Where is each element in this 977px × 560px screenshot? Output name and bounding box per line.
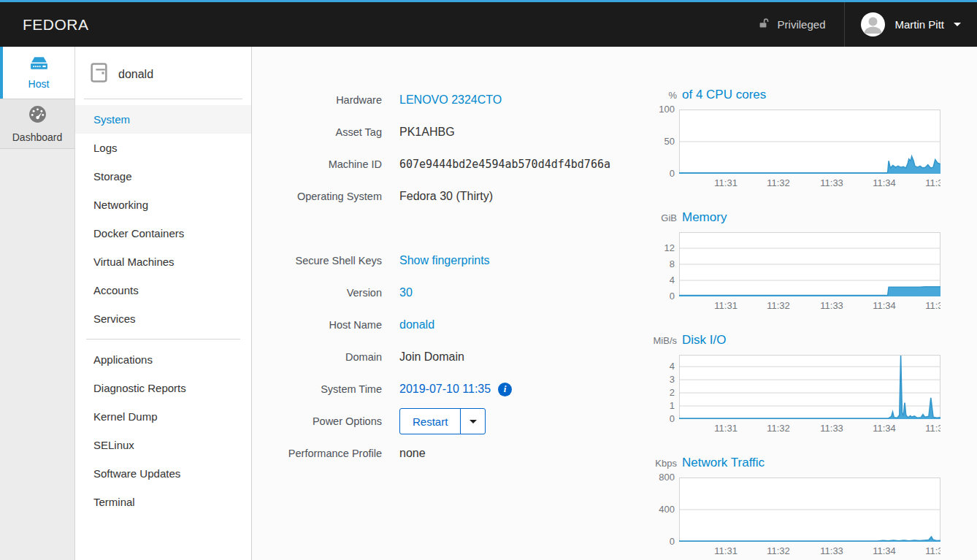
- primary-nav-item-host[interactable]: Host: [0, 47, 74, 99]
- info-label-domain: Domain: [284, 351, 382, 363]
- x-tick-label: 11:34: [873, 300, 896, 311]
- info-row-performance-profile: Performance Profilenone: [284, 437, 610, 469]
- x-tick-label: 11:34: [873, 177, 896, 188]
- network-traffic-chart-plot: [679, 477, 940, 542]
- y-tick-label: 0: [670, 168, 675, 180]
- network-traffic-chart-title-link[interactable]: Network Traffic: [682, 456, 765, 470]
- memory-chart-xaxis: 11:3111:3211:3311:3411:35: [679, 296, 940, 312]
- disk-io-chart: MiB/sDisk I/O 01234 11:3111:3211:3311:34…: [653, 333, 945, 435]
- cpu-chart-unit: %: [653, 90, 679, 101]
- x-tick-label: 11:34: [873, 545, 896, 556]
- y-tick-label: 50: [664, 136, 675, 147]
- server-icon: [29, 55, 49, 73]
- operating-system-value: Fedora 30 (Thirty): [399, 190, 493, 203]
- domain-value[interactable]: Join Domain: [399, 350, 464, 364]
- sidebar-item-applications[interactable]: Applications: [75, 345, 251, 374]
- restart-dropdown-toggle[interactable]: [460, 409, 485, 434]
- info-row-power-options: Power OptionsRestart: [284, 405, 610, 437]
- host-name-link[interactable]: donald: [399, 318, 434, 331]
- disk-io-chart-plot: [679, 355, 940, 419]
- x-tick-label: 11:35: [925, 177, 940, 188]
- sidebar-menu-primary: SystemLogsStorageNetworkingDocker Contai…: [75, 99, 251, 333]
- secure-shell-keys-link[interactable]: Show fingerprints: [399, 254, 490, 267]
- network-traffic-chart-unit: Kbps: [653, 458, 679, 469]
- hostname-label: donald: [118, 68, 153, 81]
- info-label-machine-id: Machine ID: [284, 158, 382, 170]
- info-row-host-name: Host Namedonald: [284, 309, 610, 341]
- charts-column: %of 4 CPU cores 050100 11:3111:3211:3311…: [653, 88, 945, 560]
- x-tick-label: 11:32: [767, 300, 790, 311]
- cpu-chart: %of 4 CPU cores 050100 11:3111:3211:3311…: [653, 88, 945, 190]
- privileged-indicator[interactable]: Privileged: [759, 18, 826, 31]
- hardware-link[interactable]: LENOVO 2324CTO: [399, 93, 502, 107]
- caret-down-icon: [470, 420, 477, 423]
- sidebar-item-networking[interactable]: Networking: [75, 191, 251, 219]
- x-tick-label: 11:32: [767, 545, 790, 556]
- topbar-right: Privileged Martin Pitt: [759, 2, 977, 47]
- network-traffic-chart-yaxis: 0400800: [653, 477, 679, 542]
- memory-chart-title-link[interactable]: Memory: [682, 210, 727, 225]
- y-tick-label: 4: [670, 361, 675, 372]
- y-tick-label: 400: [659, 504, 675, 515]
- memory-chart-unit: GiB: [653, 212, 679, 223]
- cpu-chart-title-link[interactable]: of 4 CPU cores: [682, 88, 766, 102]
- sidebar-item-virtual-machines[interactable]: Virtual Machines: [75, 248, 251, 276]
- info-value-host-name: donald: [399, 318, 434, 331]
- host-sidebar: donald SystemLogsStorageNetworkingDocker…: [75, 47, 252, 560]
- info-value-domain: Join Domain: [399, 350, 464, 364]
- memory-chart-plot: [679, 232, 940, 296]
- sidebar-item-system[interactable]: System: [75, 105, 251, 134]
- y-tick-label: 800: [659, 472, 675, 483]
- sidebar-item-storage[interactable]: Storage: [75, 162, 251, 191]
- disk-io-chart-title-link[interactable]: Disk I/O: [682, 333, 726, 348]
- sidebar-item-accounts[interactable]: Accounts: [75, 276, 251, 304]
- system-time-link[interactable]: 2019-07-10 11:35: [399, 383, 491, 396]
- x-tick-label: 11:31: [714, 300, 737, 311]
- y-tick-label: 0: [670, 536, 675, 548]
- info-value-asset-tag: PK1AHBG: [399, 126, 455, 139]
- info-label-system-time: System Time: [284, 383, 382, 395]
- info-value-version: 30: [399, 286, 413, 299]
- x-tick-label: 11:31: [714, 423, 737, 434]
- x-tick-label: 11:33: [820, 300, 843, 311]
- info-circle-icon[interactable]: i: [498, 383, 512, 396]
- y-tick-label: 0: [670, 413, 675, 425]
- chevron-down-icon: [954, 23, 961, 26]
- asset-tag-value: PK1AHBG: [399, 126, 455, 139]
- x-tick-label: 11:35: [925, 300, 940, 311]
- sidebar-item-software-updates[interactable]: Software Updates: [75, 459, 251, 488]
- sidebar-item-services[interactable]: Services: [75, 304, 251, 333]
- system-page: HardwareLENOVO 2324CTOAsset TagPK1AHBGMa…: [252, 47, 977, 560]
- info-label-hardware: Hardware: [284, 94, 382, 106]
- disk-io-chart-yaxis: 01234: [653, 355, 679, 419]
- x-tick-label: 11:31: [714, 545, 737, 556]
- info-value-machine-id: 607e9444bd2e4594ab570d4df4bd766a: [399, 158, 610, 171]
- restart-button[interactable]: Restart: [400, 409, 460, 434]
- version-link[interactable]: 30: [399, 286, 413, 299]
- cpu-chart-xaxis: 11:3111:3211:3311:3411:35: [679, 174, 940, 190]
- user-menu[interactable]: Martin Pitt: [845, 12, 977, 37]
- info-value-secure-shell-keys: Show fingerprints: [399, 254, 490, 267]
- privileged-label: Privileged: [778, 18, 826, 31]
- system-info-table: HardwareLENOVO 2324CTOAsset TagPK1AHBGMa…: [284, 84, 610, 469]
- primary-nav: HostDashboard: [0, 47, 75, 560]
- primary-nav-label: Dashboard: [12, 131, 63, 143]
- info-value-operating-system: Fedora 30 (Thirty): [399, 190, 493, 203]
- sidebar-item-diagnostic-reports[interactable]: Diagnostic Reports: [75, 374, 251, 402]
- network-traffic-chart: KbpsNetwork Traffic 0400800 11:3111:3211…: [653, 456, 945, 558]
- info-label-power-options: Power Options: [284, 415, 382, 427]
- info-value-power-options: Restart: [399, 408, 486, 434]
- info-row-hardware: HardwareLENOVO 2324CTO: [284, 84, 610, 116]
- y-tick-label: 1: [670, 400, 675, 412]
- sidebar-item-terminal[interactable]: Terminal: [75, 488, 251, 516]
- y-tick-label: 2: [670, 387, 675, 399]
- primary-nav-item-dashboard[interactable]: Dashboard: [0, 99, 74, 149]
- performance-profile-value: none: [399, 447, 426, 460]
- sidebar-item-selinux[interactable]: SELinux: [75, 431, 251, 459]
- sidebar-item-docker-containers[interactable]: Docker Containers: [75, 219, 251, 248]
- sidebar-item-logs[interactable]: Logs: [75, 134, 251, 162]
- y-tick-label: 3: [670, 374, 675, 386]
- sidebar-item-kernel-dump[interactable]: Kernel Dump: [75, 402, 251, 431]
- top-navbar: FEDORA Privileged Martin Pitt: [0, 0, 977, 47]
- x-tick-label: 11:35: [925, 423, 940, 434]
